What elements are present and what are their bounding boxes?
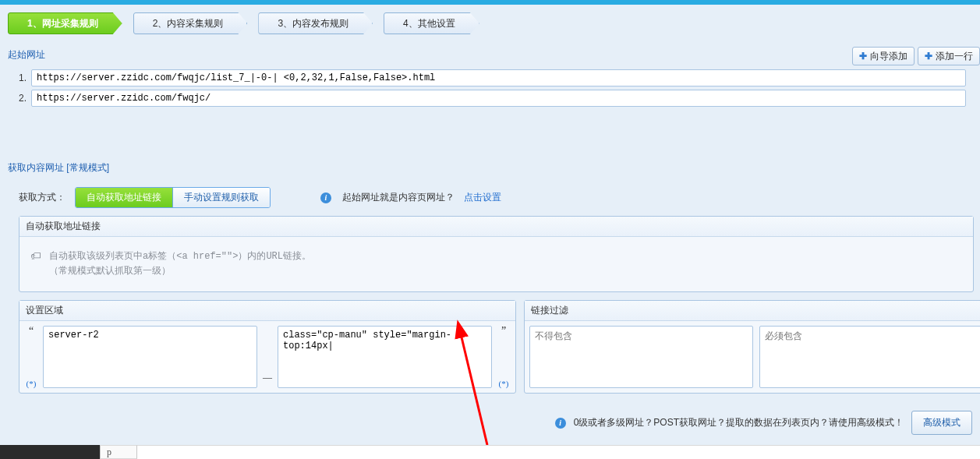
plus-icon: ✚: [925, 51, 932, 62]
region-panel: 设置区域 “ (*) server-r2 — class="cp-manu" s…: [19, 300, 516, 394]
tag-icon: 🏷: [30, 249, 41, 262]
step-tab-4[interactable]: 4、其他设置: [384, 12, 479, 34]
start-urls-actions: ✚ 向导添加 ✚ 添加一行: [852, 47, 980, 65]
url-row: 2.: [12, 90, 972, 107]
fetch-hint-link[interactable]: 点击设置: [464, 191, 501, 204]
wizard-add-label: 向导添加: [870, 50, 907, 63]
region-header: 设置区域: [19, 301, 515, 321]
start-urls-title: 起始网址: [8, 45, 972, 66]
plus-icon: ✚: [859, 51, 867, 62]
mode-auto-button[interactable]: 自动获取地址链接: [76, 188, 173, 207]
filter-exclude-input[interactable]: [529, 326, 753, 388]
wildcard-button-left[interactable]: (*): [27, 379, 37, 388]
fetch-hint-text: 起始网址就是内容页网址？: [342, 191, 455, 204]
mode-manual-button[interactable]: 手动设置规则获取: [173, 188, 270, 207]
status-bar-rest: [137, 445, 980, 459]
fetch-section-title: 获取内容网址 [常规模式]: [8, 158, 972, 179]
url-index-2: 2.: [12, 93, 27, 104]
advanced-hint-text: 0级或者多级网址？POST获取网址？提取的数据在列表页内？请使用高级模式！: [574, 416, 904, 429]
step-tab-2[interactable]: 2、内容采集规则: [133, 12, 248, 34]
fetch-mode-row: 获取方式： 自动获取地址链接 手动设置规则获取 i 起始网址就是内容页网址？ 点…: [19, 187, 972, 208]
status-bar-dark-segment: [0, 445, 100, 459]
auto-link-header: 自动获取地址链接: [19, 217, 973, 237]
wizard-steps: 1、网址采集规则 2、内容采集规则 3、内容发布规则 4、其他设置: [8, 12, 972, 34]
advanced-mode-button[interactable]: 高级模式: [911, 411, 972, 435]
auto-link-hint: 🏷 自动获取该级列表页中a标签（<a href="">）内的URL链接。 （常规…: [30, 249, 962, 279]
auto-link-hint-text: 自动获取该级列表页中a标签（<a href="">）内的URL链接。 （常规模式…: [49, 249, 311, 279]
filter-include-input[interactable]: [759, 326, 981, 388]
link-filter-panel: 链接过滤: [524, 300, 980, 394]
auto-link-panel: 自动获取地址链接 🏷 自动获取该级列表页中a标签（<a href="">）内的U…: [19, 216, 974, 292]
wildcard-button-right[interactable]: (*): [499, 379, 509, 388]
status-bar-tag: p: [100, 445, 137, 459]
status-bar: p: [0, 445, 980, 459]
link-filter-header: 链接过滤: [525, 301, 980, 321]
url-index-1: 1.: [12, 72, 27, 83]
fetch-mode-label: 获取方式：: [19, 191, 65, 204]
start-url-list: 1. 2.: [12, 69, 972, 107]
fetch-mode-group: 自动获取地址链接 手动设置规则获取: [75, 187, 271, 208]
open-quote-icon: “: [29, 326, 34, 337]
region-end-input[interactable]: class="cp-manu" style="margin-top:14px|: [278, 326, 492, 388]
add-row-button[interactable]: ✚ 添加一行: [918, 47, 980, 65]
url-input-2[interactable]: [31, 90, 966, 107]
url-row: 1.: [12, 69, 972, 87]
range-dash: —: [262, 326, 273, 388]
step-tab-1[interactable]: 1、网址采集规则: [8, 12, 122, 34]
add-row-label: 添加一行: [936, 50, 973, 63]
close-quote-icon: ”: [501, 326, 506, 337]
wizard-add-button[interactable]: ✚ 向导添加: [852, 47, 915, 65]
info-icon: i: [320, 192, 331, 203]
url-input-1[interactable]: [31, 69, 966, 87]
step-tab-3[interactable]: 3、内容发布规则: [258, 12, 373, 34]
region-start-input[interactable]: server-r2: [43, 326, 257, 388]
info-icon: i: [555, 418, 566, 429]
